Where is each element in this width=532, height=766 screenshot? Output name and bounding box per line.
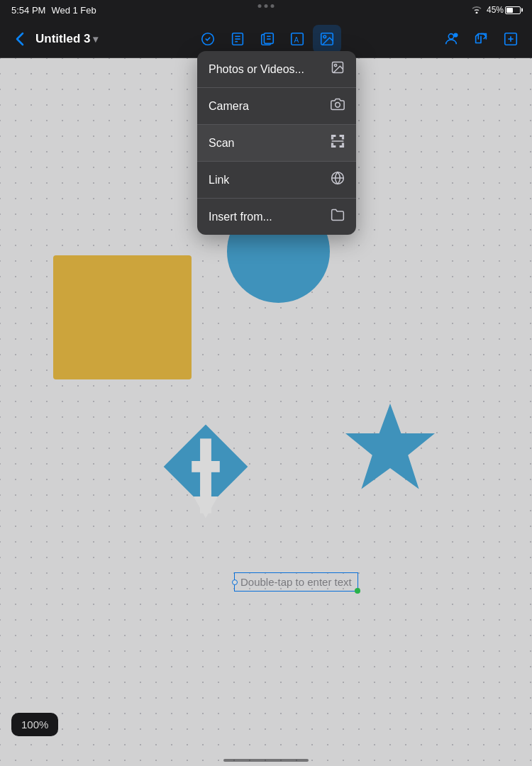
svg-text:A: A <box>294 35 299 43</box>
svg-point-26 <box>334 64 336 66</box>
dropdown-item-insert-from[interactable]: Insert from... <box>197 199 356 235</box>
dropdown-label-photos-videos: Photos or Videos... <box>209 63 304 76</box>
svg-marker-18 <box>345 404 435 489</box>
zoom-level: 100% <box>21 718 48 731</box>
dropdown-item-camera[interactable]: Camera <box>197 88 356 125</box>
status-right: 45% <box>471 5 521 16</box>
dropdown-item-link[interactable]: Link <box>197 162 356 199</box>
text-box-handle-bottom-right[interactable] <box>355 588 360 594</box>
dropdown-item-scan[interactable]: Scan <box>197 125 356 162</box>
svg-point-14 <box>454 33 458 37</box>
dropdown-label-link: Link <box>209 174 229 187</box>
text-box-placeholder: Double-tap to enter text <box>240 576 352 588</box>
svg-point-12 <box>323 35 326 38</box>
svg-point-13 <box>448 33 453 38</box>
title-chevron-icon: ▾ <box>93 33 98 45</box>
pen-tool-button[interactable] <box>194 25 222 53</box>
svg-rect-21 <box>192 461 220 472</box>
insert-dropdown-menu: Photos or Videos... Camera Scan <box>197 51 356 235</box>
dropdown-icon-photos-videos <box>331 60 345 78</box>
pages-tool-button[interactable] <box>253 25 282 53</box>
dot-menu <box>258 4 275 8</box>
home-indicator <box>223 759 309 762</box>
insert-media-button[interactable] <box>313 25 341 53</box>
document-title[interactable]: Untitled 3 ▾ <box>35 32 98 46</box>
star-shape <box>340 399 440 501</box>
notes-tool-button[interactable] <box>223 25 252 53</box>
back-button[interactable] <box>7 26 33 52</box>
dropdown-label-camera: Camera <box>209 100 249 113</box>
dropdown-label-insert-from: Insert from... <box>209 211 272 223</box>
text-tool-button[interactable]: A <box>283 25 311 53</box>
dot-3 <box>271 4 275 8</box>
text-box-handle-left <box>232 579 238 585</box>
dropdown-label-scan: Scan <box>209 137 234 150</box>
dot-1 <box>258 4 262 8</box>
dropdown-icon-insert-from <box>331 208 345 226</box>
dropdown-icon-camera <box>331 97 345 115</box>
collaborate-button[interactable] <box>437 25 465 53</box>
svg-marker-24 <box>194 496 218 518</box>
share-button[interactable] <box>467 25 495 53</box>
battery-percent: 45% <box>487 5 504 15</box>
right-toolbar <box>437 25 525 53</box>
svg-point-27 <box>336 103 340 108</box>
text-box[interactable]: Double-tap to enter text <box>234 572 358 592</box>
dropdown-icon-link <box>331 171 345 189</box>
status-bar: 5:54 PM Wed 1 Feb 45% <box>0 0 532 20</box>
dot-2 <box>265 4 268 8</box>
status-left: 5:54 PM Wed 1 Feb <box>11 5 96 16</box>
new-note-button[interactable] <box>497 25 525 53</box>
sticky-note-shape <box>53 255 192 379</box>
zoom-indicator: 100% <box>11 713 58 736</box>
center-toolbar: A <box>194 25 341 53</box>
wifi-icon <box>471 5 482 16</box>
date: Wed 1 Feb <box>51 5 96 16</box>
dropdown-item-photos-videos[interactable]: Photos or Videos... <box>197 51 356 88</box>
svg-rect-6 <box>265 33 274 43</box>
battery-indicator: 45% <box>487 5 521 15</box>
diamond-shape <box>156 420 255 526</box>
dropdown-icon-scan <box>331 134 345 152</box>
battery-bar <box>505 6 521 14</box>
time: 5:54 PM <box>11 5 45 16</box>
